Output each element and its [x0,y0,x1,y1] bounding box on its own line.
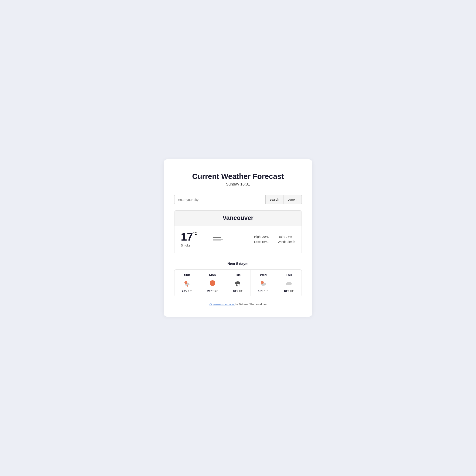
weather-condition-icon [213,237,223,241]
day-name-thu: Thu [278,273,299,277]
forecast-title: Next 5 days: [174,262,302,266]
footer-suffix: by Tetiana Shapovalova [235,303,267,306]
sun-cloud-icon-wed [259,279,268,287]
day-name-wed: Wed [253,273,274,277]
stats-section: High: 20°C Low: 15°C Rain: 75% Wind: 3km… [254,235,295,243]
high-temp: High: 20°C [254,235,269,238]
svg-point-2 [185,281,187,284]
day-temps-wed: 18°/ 13° [253,289,274,293]
forecast-section: Next 5 days: Sun 23°/ [174,262,302,296]
day-name-mon: Mon [202,273,223,277]
forecast-day-sun: Sun 23°/ 17° [174,270,200,296]
city-name: Vancouver [178,214,298,221]
day-temps-mon: 21°/ 14° [202,289,223,293]
weather-details: 17 °C Smoke High: 20°C Low: 15°C Rain: 7… [174,225,302,253]
day-name-tue: Tue [227,273,248,277]
temperature-value: 17 [181,231,193,242]
svg-point-11 [261,281,264,284]
rain-icon-tue [234,279,242,287]
forecast-day-mon: Mon 21°/ 14° [200,270,225,296]
search-button[interactable]: search [265,195,284,204]
sun-icon-sun [183,279,191,287]
forecast-day-tue: Tue 18°/ 13° [225,270,251,296]
smoke-line-1 [213,237,221,238]
weather-card: Current Weather Forecast Sunday 18:31 se… [164,159,312,316]
day-temps-thu: 18°/ 13° [278,289,299,293]
datetime-display: Sunday 18:31 [174,182,302,187]
smoke-line-3 [213,240,221,241]
page-title: Current Weather Forecast [174,172,302,181]
forecast-day-wed: Wed 18°/ 13° [251,270,276,296]
temperature-unit: °C [193,231,198,236]
current-weather-box: Vancouver 17 °C Smoke High: 20°C [174,210,302,253]
stat-col-left: High: 20°C Low: 15°C [254,235,269,243]
svg-line-8 [239,285,239,286]
stat-col-right: Rain: 75% Wind: 3km/h [278,235,295,243]
smoke-line-2 [213,239,223,239]
rain-stat: Rain: 75% [278,235,295,238]
current-location-button[interactable]: current [284,195,302,204]
low-temp: Low: 15°C [254,240,269,243]
svg-point-13 [286,283,289,285]
day-temps-sun: 23°/ 17° [177,289,198,293]
svg-point-3 [210,280,215,286]
search-row: search current [174,195,302,204]
condition-label: Smoke [181,244,190,247]
svg-point-5 [235,282,238,285]
temperature-section: 17 °C Smoke [181,231,202,247]
svg-line-6 [236,285,237,286]
svg-line-7 [238,285,238,286]
cloud-icon-thu [285,279,293,287]
city-search-input[interactable] [174,195,265,204]
day-name-sun: Sun [177,273,198,277]
day-temps-tue: 18°/ 13° [227,289,248,293]
header-section: Current Weather Forecast Sunday 18:31 [174,172,302,187]
forecast-grid: Sun 23°/ 17° [174,270,302,296]
wind-stat: Wind: 3km/h [278,240,295,243]
opensource-link[interactable]: Open-source code [209,303,235,306]
footer: Open-source code by Tetiana Shapovalova [174,303,302,306]
city-header: Vancouver [174,211,302,225]
forecast-day-thu: Thu 18°/ 13° [276,270,302,296]
sun-icon-mon [208,279,217,287]
